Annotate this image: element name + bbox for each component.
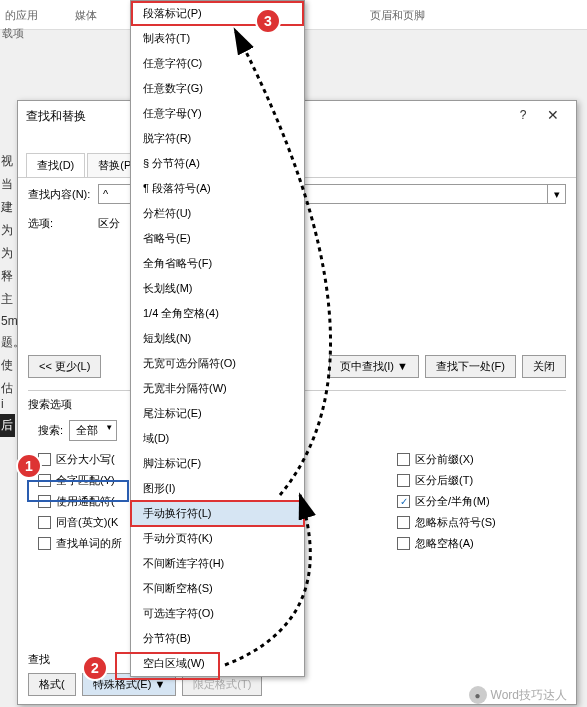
find-next-button[interactable]: 查找下一处(F)	[425, 355, 516, 378]
options-label: 选项:	[28, 216, 98, 231]
ribbon-group-label: 媒体	[75, 8, 97, 23]
tab-find[interactable]: 查找(D)	[26, 153, 85, 177]
search-scope-select[interactable]: 全部	[69, 420, 117, 441]
watermark: ● Word技巧达人	[469, 686, 567, 704]
checkbox-space[interactable]	[397, 537, 410, 550]
special-characters-menu: 段落标记(P) 制表符(T) 任意字符(C) 任意数字(G) 任意字母(Y) 脱…	[130, 0, 305, 677]
background-text-strip: 视当建 为为释 主5m题。 使估i 后	[0, 150, 15, 437]
menu-tab-char[interactable]: 制表符(T)	[131, 26, 304, 51]
menu-em-dash[interactable]: 长划线(M)	[131, 276, 304, 301]
checkbox-fullhalf[interactable]: ✓	[397, 495, 410, 508]
menu-quarter-space[interactable]: 1/4 全角空格(4)	[131, 301, 304, 326]
annotation-highlight-1	[27, 480, 129, 502]
less-button[interactable]: << 更少(L)	[28, 355, 101, 378]
menu-section-break[interactable]: 分节符(B)	[131, 626, 304, 651]
checkbox-forms[interactable]	[38, 537, 51, 550]
format-button[interactable]: 格式(	[28, 673, 76, 696]
annotation-badge-3: 3	[255, 8, 281, 34]
checkbox-punct[interactable]	[397, 516, 410, 529]
find-content-label: 查找内容(N):	[28, 187, 98, 202]
menu-nonbreak-space[interactable]: 不间断空格(S)	[131, 576, 304, 601]
menu-en-dash[interactable]: 短划线(N)	[131, 326, 304, 351]
menu-endnote-mark[interactable]: 尾注标记(E)	[131, 401, 304, 426]
ribbon-group-label: 页眉和页脚	[370, 8, 425, 23]
annotation-badge-1: 1	[16, 453, 42, 479]
menu-optional-hyphen[interactable]: 可选连字符(O)	[131, 601, 304, 626]
chevron-down-icon[interactable]: ▾	[548, 184, 566, 204]
checkbox-prefix[interactable]	[397, 453, 410, 466]
menu-ellipsis[interactable]: 省略号(E)	[131, 226, 304, 251]
annotation-highlight-2	[115, 652, 220, 680]
wechat-icon: ●	[469, 686, 487, 704]
checkbox-homophone[interactable]	[38, 516, 51, 529]
search-scope-label: 搜索:	[38, 423, 63, 438]
menu-field[interactable]: 域(D)	[131, 426, 304, 451]
menu-any-digit[interactable]: 任意数字(G)	[131, 76, 304, 101]
menu-nonbreak-hyphen[interactable]: 不间断连字符(H)	[131, 551, 304, 576]
menu-manual-page-break[interactable]: 手动分页符(K)	[131, 526, 304, 551]
checkbox-suffix[interactable]	[397, 474, 410, 487]
ribbon-group-label: 的应用	[5, 8, 38, 23]
menu-nowidth-optional[interactable]: 无宽可选分隔符(O)	[131, 351, 304, 376]
annotation-badge-2: 2	[82, 655, 108, 681]
menu-section-char[interactable]: § 分节符(A)	[131, 151, 304, 176]
menu-graphic[interactable]: 图形(I)	[131, 476, 304, 501]
menu-manual-line-break[interactable]: 手动换行符(L)	[131, 501, 304, 526]
find-in-button[interactable]: 页中查找(I) ▼	[329, 355, 419, 378]
close-icon[interactable]: ✕	[538, 106, 568, 126]
ribbon-tab-partial: 载项	[2, 26, 24, 41]
menu-caret[interactable]: 脱字符(R)	[131, 126, 304, 151]
menu-any-char[interactable]: 任意字符(C)	[131, 51, 304, 76]
menu-column-break[interactable]: 分栏符(U)	[131, 201, 304, 226]
close-button[interactable]: 关闭	[522, 355, 566, 378]
menu-full-ellipsis[interactable]: 全角省略号(F)	[131, 251, 304, 276]
help-button[interactable]: ?	[508, 106, 538, 126]
menu-nowidth-nonbreak[interactable]: 无宽非分隔符(W)	[131, 376, 304, 401]
menu-footnote-mark[interactable]: 脚注标记(F)	[131, 451, 304, 476]
menu-paragraph-char[interactable]: ¶ 段落符号(A)	[131, 176, 304, 201]
options-value: 区分	[98, 216, 120, 231]
menu-any-letter[interactable]: 任意字母(Y)	[131, 101, 304, 126]
